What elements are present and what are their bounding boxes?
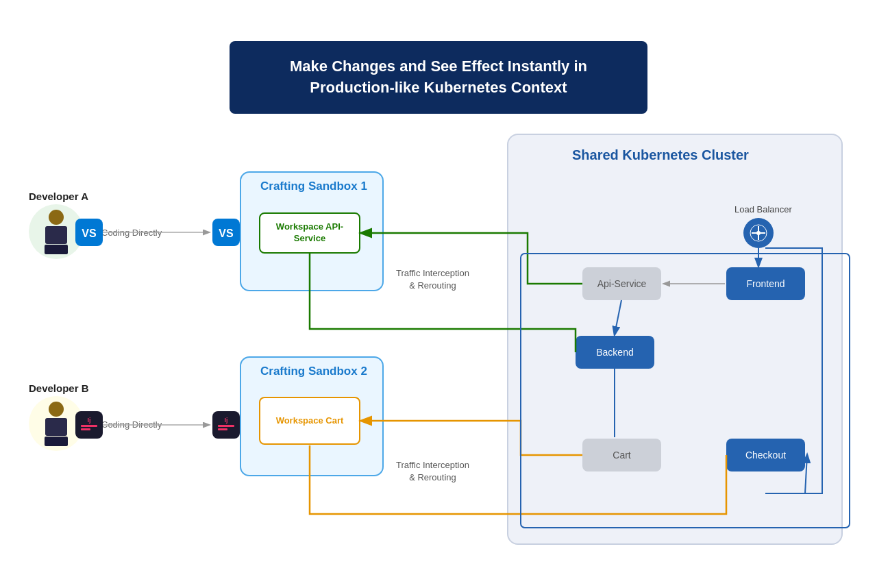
load-balancer-icon	[743, 218, 774, 248]
checkout-service: Checkout	[726, 439, 805, 471]
frontend-service: Frontend	[726, 267, 805, 300]
svg-rect-7	[81, 428, 90, 430]
workspace-api-service-box: Workspace API-Service	[259, 212, 360, 254]
vscode-icon-sandbox-1: VS	[212, 219, 240, 246]
main-container: Make Changes and See Effect Instantly in…	[0, 0, 877, 588]
svg-text:VS: VS	[82, 228, 97, 239]
intellij-icon-sandbox-2: Ij	[212, 411, 240, 439]
title-banner: Make Changes and See Effect Instantly in…	[230, 41, 647, 114]
load-balancer-label: Load Balancer	[734, 204, 792, 215]
developer-b-label: Developer B	[29, 382, 89, 394]
svg-text:Ij: Ij	[87, 417, 90, 424]
api-service: Api-Service	[582, 267, 661, 300]
svg-rect-6	[81, 425, 97, 427]
traffic-label-1: Traffic Interception & Rerouting	[396, 267, 469, 292]
svg-rect-10	[218, 425, 234, 427]
svg-text:Ij: Ij	[224, 417, 227, 424]
cart-service: Cart	[582, 439, 661, 471]
svg-point-15	[756, 231, 761, 235]
intellij-icon-dev-b-large: Ij	[75, 411, 103, 439]
traffic-label-2: Traffic Interception & Rerouting	[396, 459, 469, 484]
sandbox-2-title: Crafting Sandbox 2	[260, 365, 367, 378]
workspace-cart-box: Workspace Cart	[259, 397, 360, 445]
developer-a-label: Developer A	[29, 191, 88, 202]
coding-label-b: Coding Directly	[101, 419, 162, 430]
svg-rect-11	[218, 428, 227, 430]
cluster-title: Shared Kubernetes Cluster	[572, 147, 749, 163]
cluster-box	[507, 134, 843, 545]
vscode-icon-dev-a-large: VS	[75, 219, 103, 246]
sandbox-1-title: Crafting Sandbox 1	[260, 180, 367, 193]
title-text: Make Changes and See Effect Instantly in…	[250, 56, 627, 99]
backend-service: Backend	[576, 336, 654, 369]
coding-label-a: Coding Directly	[101, 228, 162, 238]
svg-text:VS: VS	[219, 228, 234, 239]
